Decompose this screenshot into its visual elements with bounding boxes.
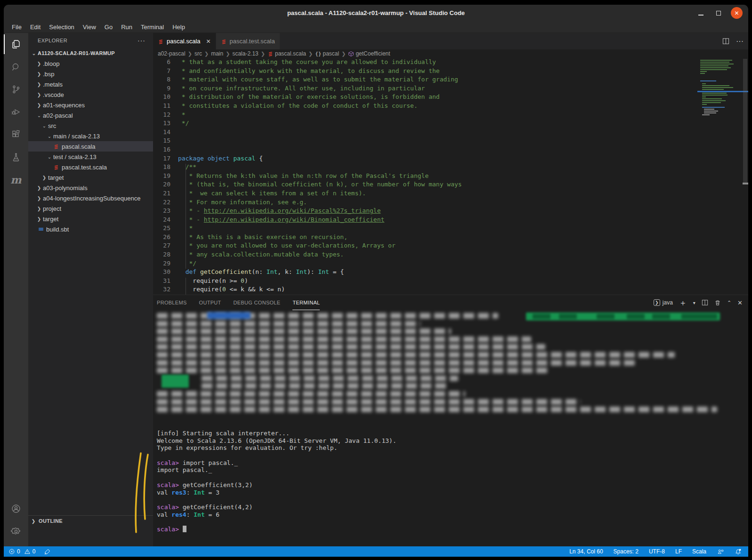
terminal-cursor: [183, 526, 186, 532]
tree-item-.bsp[interactable]: ❯.bsp: [28, 69, 153, 79]
menu-selection[interactable]: Selection: [45, 21, 78, 33]
explorer-more-actions-icon[interactable]: ···: [137, 37, 146, 44]
tree-item-a04-longestincreasingsubsequence[interactable]: ❯a04-longestIncreasingSubsequence: [28, 193, 153, 203]
code-line-11: 11 * constitutes a violation of the code…: [153, 102, 748, 111]
testing-icon[interactable]: [4, 146, 28, 168]
chevron-down-icon: ⌄: [40, 123, 48, 128]
terminal-dropdown-icon[interactable]: ▾: [693, 300, 695, 305]
menu-go[interactable]: Go: [100, 21, 117, 33]
new-terminal-icon[interactable]: ＋: [679, 297, 687, 308]
breadcrumb-pascal[interactable]: {}pascal: [315, 50, 339, 57]
tree-item-a01-sequences[interactable]: ❯a01-sequences: [28, 100, 153, 110]
tab-pascal.scala[interactable]: pascal.scala✕: [153, 33, 216, 49]
status-lf[interactable]: LF: [675, 548, 682, 555]
breadcrumb-a02-pascal[interactable]: a02-pascal: [158, 50, 186, 57]
chevron-right-icon: ❯: [35, 206, 43, 211]
close-panel-icon[interactable]: ✕: [737, 299, 743, 306]
status-utf-8[interactable]: UTF-8: [649, 548, 665, 555]
activity-bar: m: [4, 33, 28, 546]
minimap-currentline-marker: [697, 91, 748, 92]
terminal-content[interactable]: [info] Starting scala interpreter...Welc…: [157, 310, 731, 546]
code-line-30: 30 def getCoefficient(n: Int, k: Int): I…: [153, 268, 748, 277]
breadcrumb-src[interactable]: src: [194, 50, 202, 57]
terminal-line: scala> import pascal._: [157, 459, 396, 467]
breadcrumb-scala-2.13[interactable]: scala-2.13: [232, 50, 258, 57]
tree-item-target[interactable]: ❯target: [28, 214, 153, 224]
close-tab-icon[interactable]: ✕: [206, 38, 211, 45]
menu-view[interactable]: View: [79, 21, 100, 33]
outline-section[interactable]: ❯ OUTLINE: [28, 515, 153, 526]
tree-item-a1120-scala2-r01-warmup[interactable]: ⌄A1120-SCALA2-R01-WARMUP: [28, 48, 153, 58]
extensions-icon[interactable]: [4, 123, 28, 146]
tree-item-test-scala-2.13[interactable]: ⌄test / scala-2.13: [28, 152, 153, 162]
code-line-6: 6 * that as a student taking the course …: [153, 58, 748, 67]
metals-doctor-rocket-icon[interactable]: [44, 548, 51, 555]
tree-item-build.sbt[interactable]: build.sbt: [28, 224, 153, 234]
chevron-right-icon: ❯: [40, 175, 48, 180]
terminal-profile-label: java: [663, 299, 673, 306]
code-line-14: 14: [153, 128, 748, 137]
tab-pascal.test.scala[interactable]: pascal.test.scala: [216, 33, 280, 49]
account-icon[interactable]: [4, 497, 28, 520]
notifications-bell-icon[interactable]: [735, 548, 742, 555]
maximize-panel-icon[interactable]: ⌃: [727, 300, 731, 306]
breadcrumb-pascal.scala[interactable]: pascal.scala: [267, 50, 306, 57]
menu-run[interactable]: Run: [117, 21, 137, 33]
minimize-button[interactable]: [695, 7, 707, 19]
feedback-icon[interactable]: [717, 548, 724, 555]
search-icon[interactable]: [4, 56, 28, 78]
terminal-line: scala> getCoefficient(4,2): [157, 504, 396, 511]
status-scala[interactable]: Scala: [692, 548, 706, 555]
split-terminal-icon[interactable]: [702, 299, 708, 306]
errors-warnings-status[interactable]: 0 0: [8, 548, 35, 555]
breadcrumb[interactable]: a02-pascal❯src❯main❯scala-2.13❯pascal.sc…: [153, 49, 748, 58]
status-right: Ln 34, Col 60Spaces: 2UTF-8LFScala: [569, 548, 748, 555]
status-ln-34-col-60[interactable]: Ln 34, Col 60: [569, 548, 603, 555]
terminal-line: val res4: Int = 6: [157, 511, 396, 519]
code-line-26: 26 * As this is a basic exercise on recu…: [153, 233, 748, 242]
menu-help[interactable]: Help: [168, 21, 189, 33]
tree-item-a02-pascal[interactable]: ⌄a02-pascal: [28, 110, 153, 120]
tree-item-pascal.test.scala[interactable]: pascal.test.scala: [28, 162, 153, 172]
tree-item-project[interactable]: ❯project: [28, 203, 153, 214]
scala-file-icon: [221, 38, 227, 45]
tree-item-pascal.scala[interactable]: pascal.scala: [28, 141, 153, 152]
editor-scrollbar[interactable]: [743, 59, 747, 184]
explorer-icon[interactable]: [4, 33, 28, 56]
tree-item-target[interactable]: ❯target: [28, 172, 153, 183]
maximize-button[interactable]: [712, 7, 724, 19]
code-line-24: 24 * - http://en.wikipedia.org/wiki/Bino…: [153, 216, 748, 224]
tree-item-.vscode[interactable]: ❯.vscode: [28, 89, 153, 100]
close-button[interactable]: ✕: [731, 7, 743, 19]
panel-tab-output[interactable]: OUTPUT: [199, 295, 221, 310]
panel-tab-terminal[interactable]: TERMINAL: [292, 295, 320, 310]
breadcrumb-getCoefficient[interactable]: getCoefficient: [348, 50, 390, 57]
minimap[interactable]: [698, 59, 742, 129]
tree-item-main-scala-2.13[interactable]: ⌄main / scala-2.13: [28, 131, 153, 141]
editor-more-actions-icon[interactable]: ···: [736, 37, 744, 46]
menu-edit[interactable]: Edit: [26, 21, 45, 33]
tree-item-a03-polynomials[interactable]: ❯a03-polynomials: [28, 183, 153, 193]
kill-terminal-trash-icon[interactable]: [714, 299, 721, 306]
menu-terminal[interactable]: Terminal: [137, 21, 168, 33]
split-editor-icon[interactable]: [722, 38, 729, 45]
tree-item-.metals[interactable]: ❯.metals: [28, 79, 153, 89]
terminal-line: import pascal._: [157, 466, 396, 474]
tree-item-.bloop[interactable]: ❯.bloop: [28, 58, 153, 69]
panel-tab-problems[interactable]: PROBLEMS: [157, 295, 187, 310]
terminal-profile[interactable]: ❯ java: [654, 299, 673, 306]
breadcrumb-main[interactable]: main: [211, 50, 223, 57]
chevron-down-icon: ⌄: [30, 51, 38, 56]
run-debug-icon[interactable]: [4, 101, 28, 123]
source-control-icon[interactable]: [4, 78, 28, 101]
code-line-12: 12 *: [153, 111, 748, 120]
tree-item-src[interactable]: ⌄src: [28, 120, 153, 131]
terminal-line: Type in expressions for evaluation. Or t…: [157, 444, 396, 452]
status-spaces-2[interactable]: Spaces: 2: [614, 548, 639, 555]
panel-tab-debug-console[interactable]: DEBUG CONSOLE: [234, 295, 281, 310]
code-editor[interactable]: 6 * that as a student taking the course …: [153, 58, 748, 295]
metals-icon[interactable]: m: [4, 168, 28, 191]
settings-gear-icon[interactable]: [4, 520, 28, 543]
terminal-line: [157, 518, 396, 526]
menu-file[interactable]: File: [8, 21, 26, 33]
